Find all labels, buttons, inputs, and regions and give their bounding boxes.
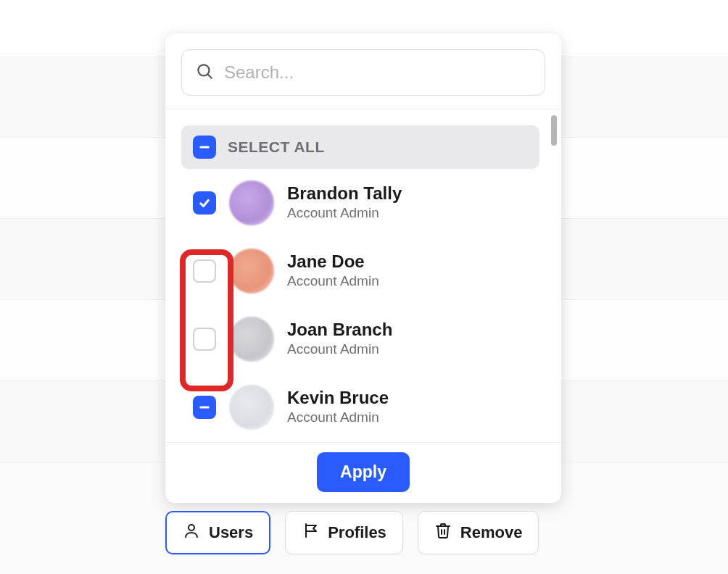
flag-icon [302,522,319,544]
user-name: Joan Branch [287,320,392,341]
select-all-checkbox[interactable] [193,136,216,159]
apply-area: Apply [165,442,561,503]
user-row[interactable]: Kevin Bruce Account Admin [181,373,539,441]
user-name: Brandon Tally [287,183,402,204]
user-row[interactable]: Joan Branch Account Admin [181,305,539,373]
remove-button[interactable]: Remove [418,511,539,554]
user-icon [183,522,200,544]
user-role: Account Admin [287,204,402,222]
users-button-label: Users [209,523,253,542]
user-checkbox[interactable] [193,259,216,283]
users-button[interactable]: Users [165,511,270,554]
scrollbar-thumb[interactable] [551,115,557,146]
user-row[interactable]: Brandon Tally Account Admin [181,169,539,237]
user-list: SELECT ALL Brandon Tally Account Admin J… [165,109,561,442]
user-checkbox[interactable] [193,396,216,419]
svg-line-1 [208,75,212,78]
user-role: Account Admin [287,341,392,359]
svg-point-4 [189,525,194,531]
avatar [229,249,274,294]
avatar [229,180,274,225]
trash-icon [434,522,452,544]
select-all-row[interactable]: SELECT ALL [181,125,539,169]
user-select-dropdown: SELECT ALL Brandon Tally Account Admin J… [165,33,561,503]
user-text: Jane Doe Account Admin [287,251,379,290]
user-checkbox[interactable] [193,328,216,351]
user-name: Jane Doe [287,251,379,273]
search-icon [195,62,214,83]
svg-marker-6 [306,525,316,531]
search-input[interactable] [224,62,531,83]
user-text: Brandon Tally Account Admin [287,183,402,222]
select-all-label: SELECT ALL [228,138,325,156]
profiles-button-label: Profiles [328,523,386,542]
user-text: Kevin Bruce Account Admin [287,388,389,426]
remove-button-label: Remove [460,523,523,542]
user-role: Account Admin [287,409,389,427]
user-text: Joan Branch Account Admin [287,320,392,358]
user-name: Kevin Bruce [287,388,389,409]
search-box[interactable] [181,49,545,96]
search-container [165,49,561,109]
bottom-toolbar: Users Profiles Remove [165,511,539,554]
user-checkbox[interactable] [193,191,216,215]
avatar [229,317,274,362]
apply-button[interactable]: Apply [317,452,410,492]
user-role: Account Admin [287,273,379,291]
avatar [229,385,274,430]
profiles-button[interactable]: Profiles [285,511,403,554]
user-row[interactable]: Jane Doe Account Admin [181,237,539,305]
